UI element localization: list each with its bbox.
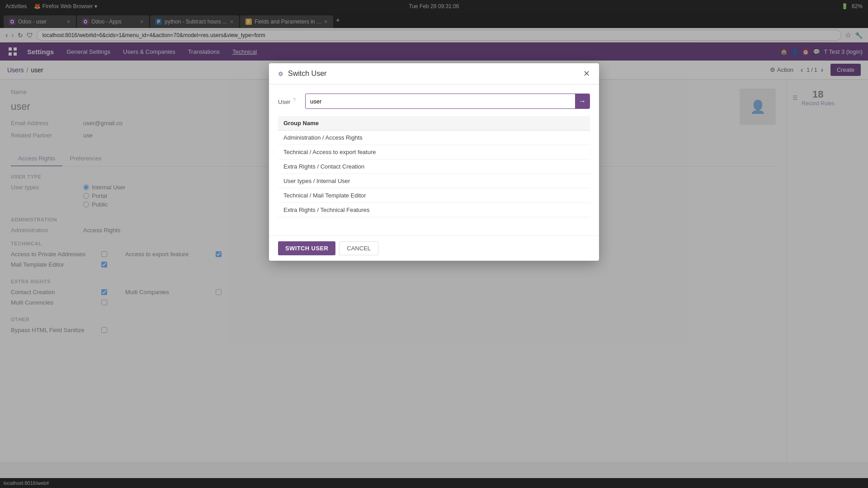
group-name-cell: Technical / Mail Template Editor — [278, 188, 590, 203]
groups-table: Group Name Administration / Access Right… — [278, 116, 590, 217]
modal-user-field-row: User ? → — [278, 94, 590, 109]
table-row: Technical / Mail Template Editor — [278, 188, 590, 203]
modal-user-label: User ? — [278, 97, 305, 105]
group-name-cell: Administration / Access Rights — [278, 131, 590, 145]
table-row: Technical / Access to export feature — [278, 145, 590, 160]
switch-user-button[interactable]: SWITCH USER — [278, 241, 335, 255]
group-name-cell: Technical / Access to export feature — [278, 145, 590, 160]
group-name-cell: Extra Rights / Technical Features — [278, 203, 590, 217]
modal-footer: SWITCH USER CANCEL — [269, 235, 599, 261]
user-help-icon: ? — [293, 97, 296, 103]
modal-close-button[interactable]: ✕ — [583, 70, 590, 78]
modal-header: ⚙ Switch User ✕ — [269, 63, 599, 84]
table-row: Extra Rights / Contact Creation — [278, 160, 590, 174]
cancel-button[interactable]: CANCEL — [339, 241, 378, 255]
table-row: Administration / Access Rights — [278, 131, 590, 145]
group-name-header: Group Name — [278, 116, 590, 131]
modal-gear-icon: ⚙ — [278, 70, 283, 77]
modal-input-arrow-button[interactable]: → — [575, 94, 590, 108]
modal-body: User ? → Group Name Administration / Acc… — [269, 84, 599, 235]
switch-user-modal: ⚙ Switch User ✕ User ? → Group Name — [269, 63, 599, 261]
group-name-cell: User types / Internal User — [278, 174, 590, 188]
modal-overlay: ⚙ Switch User ✕ User ? → Group Name — [0, 0, 868, 488]
group-name-cell: Extra Rights / Contact Creation — [278, 160, 590, 174]
modal-input-wrap: → — [305, 94, 590, 109]
modal-user-input[interactable] — [306, 95, 575, 108]
table-row: User types / Internal User — [278, 174, 590, 188]
table-row: Extra Rights / Technical Features — [278, 203, 590, 217]
modal-title: Switch User — [288, 70, 579, 78]
